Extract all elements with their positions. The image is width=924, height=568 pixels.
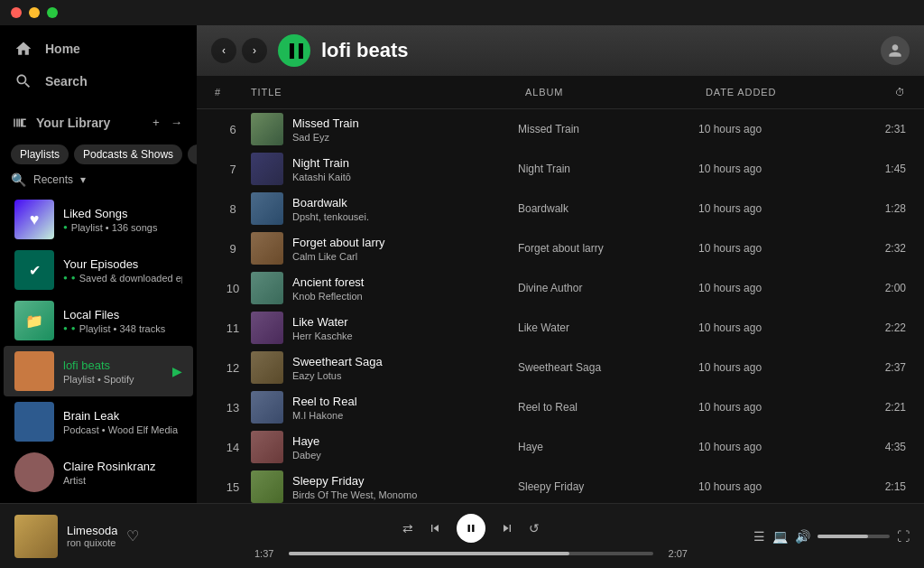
add-library-button[interactable]: + [149,112,163,133]
repeat-button[interactable]: ↺ [529,521,540,535]
playing-indicator: ▶ [172,364,182,378]
progress-bar-container: 1:37 2:07 [254,548,688,559]
track-row[interactable]: 9 Forget about larry Calm Like Carl Forg… [200,228,920,268]
play-pause-button[interactable] [457,514,485,543]
track-row[interactable]: 12 Sweetheart Saga Eazy Lotus Sweetheart… [200,348,920,387]
track-row[interactable]: 10 Ancient forest Knob Reflection Divine… [200,268,920,308]
track-duration: 1:28 [843,202,906,215]
track-row[interactable]: 15 Sleepy Friday Birds Of The West, Mono… [200,467,920,503]
filter-playlists[interactable]: Playlists [11,144,69,164]
home-icon [14,40,32,58]
next-button[interactable] [500,521,514,535]
track-thumbnail [251,153,283,185]
player-track-name: Limesoda [67,524,117,537]
track-number: 14 [215,441,251,454]
track-artist: Katashi Kaitō [292,172,351,182]
volume-bar[interactable] [818,535,890,538]
track-album: Night Train [518,163,698,175]
maximize-button[interactable] [47,7,58,18]
library-item-lofi[interactable]: lofi beats Playlist • Spotify ▶ [4,346,193,396]
playlist-play-button[interactable]: ▐▐ [278,34,310,67]
recents-label[interactable]: Recents [33,173,73,186]
fullscreen-button[interactable]: ⛶ [897,529,910,544]
track-number: 12 [215,361,251,375]
library-item-claire[interactable]: Claire Rosinkranz Artist [4,447,193,498]
local-sub: ● ● Playlist • 348 tracks [63,323,182,334]
library-actions: + → [149,112,186,133]
minimize-button[interactable] [29,7,40,18]
episodes-info: Your Episodes ● ● Saved & downloaded epi… [63,257,182,284]
filter-tabs: Playlists Podcasts & Shows Aud › [0,140,197,169]
episodes-thumb: ✔ [14,250,54,290]
track-album: Sweetheart Saga [518,361,698,374]
track-info: Night Train Katashi Kaitō [251,153,518,185]
track-date: 10 hours ago [698,321,843,334]
shuffle-button[interactable]: ⇄ [402,521,413,535]
claire-sub: Artist [63,475,182,486]
filter-podcasts[interactable]: Podcasts & Shows [74,144,182,164]
library-item-episodes[interactable]: ✔ Your Episodes ● ● Saved & downloaded e… [4,245,193,295]
track-row[interactable]: 14 Haye Dabey Haye 10 hours ago 4:35 [200,427,920,467]
library-icon [11,114,29,132]
library-item-local[interactable]: 📁 Local Files ● ● Playlist • 348 tracks [4,295,193,346]
track-row[interactable]: 13 Reel to Real M.I Hakone Reel to Real … [200,387,920,427]
track-duration: 2:21 [843,401,906,414]
brain-thumb [14,402,54,442]
search-library-icon: 🔍 [11,172,26,187]
user-avatar[interactable] [881,36,910,65]
nav-arrows: ‹ › [211,38,267,63]
recents-chevron: ▾ [80,173,86,186]
track-table: # Title Album Date added ⏱ 6 Missed Trai… [197,76,924,503]
track-row[interactable]: 6 Missed Train Sad Eyz Missed Train 10 h… [200,109,920,149]
like-button[interactable]: ♡ [126,527,139,545]
sidebar-item-home[interactable]: Home [0,33,197,65]
track-info: Sweetheart Saga Eazy Lotus [251,351,518,384]
track-thumbnail [251,391,283,424]
brain-sub: Podcast • Wood Elf Media [63,424,182,435]
track-thumbnail [251,351,283,384]
track-name: Missed Train [292,116,359,130]
expand-library-button[interactable]: → [167,112,186,133]
main-content: ‹ › ▐▐ lofi beats # Title Album Date add… [197,25,924,503]
track-info: Forget about larry Calm Like Carl [251,232,518,265]
progress-track[interactable] [289,552,653,555]
track-row[interactable]: 7 Night Train Katashi Kaitō Night Train … [200,149,920,189]
queue-button[interactable]: ☰ [753,529,765,544]
current-time: 1:37 [254,548,282,559]
claire-thumb [14,452,54,492]
library-item-brain[interactable]: Brain Leak Podcast • Wood Elf Media [4,396,193,447]
claire-name: Claire Rosinkranz [63,460,182,473]
local-info: Local Files ● ● Playlist • 348 tracks [63,308,182,334]
track-details: Like Water Herr Kaschke [292,315,353,341]
top-bar: ‹ › ▐▐ lofi beats [197,25,924,76]
track-album: Forget about larry [518,242,698,255]
library-item-liked[interactable]: ♥ Liked Songs ● Playlist • 136 songs [4,194,193,245]
track-rows-container: 6 Missed Train Sad Eyz Missed Train 10 h… [197,109,924,503]
col-num: # [211,79,247,105]
liked-songs-name: Liked Songs [63,207,182,220]
forward-button[interactable]: › [242,38,267,63]
track-name: Sweetheart Saga [292,355,383,368]
track-info: Boardwalk Dpsht, tenkousei. [251,192,518,225]
track-duration: 2:22 [843,321,906,334]
close-button[interactable] [11,7,22,18]
library-list: ♥ Liked Songs ● Playlist • 136 songs ✔ Y… [0,191,197,503]
device-button[interactable]: 💻 [772,529,788,544]
track-date: 10 hours ago [698,202,843,215]
liked-songs-thumb: ♥ [14,200,54,239]
sidebar-item-search[interactable]: Search [0,65,197,98]
track-number: 7 [215,163,251,176]
track-details: Sweetheart Saga Eazy Lotus [292,355,383,381]
prev-button[interactable] [428,521,442,535]
filter-aud[interactable]: Aud [188,144,197,164]
track-row[interactable]: 8 Boardwalk Dpsht, tenkousei. Boardwalk … [200,189,920,228]
back-button[interactable]: ‹ [211,38,236,63]
sidebar-home-label: Home [45,42,80,56]
lofi-info: lofi beats Playlist • Spotify [63,358,163,385]
liked-songs-sub: ● Playlist • 136 songs [63,222,182,233]
table-header: # Title Album Date added ⏱ [197,76,924,109]
track-thumbnail [251,470,283,503]
track-artist: M.I Hakone [292,410,357,421]
track-details: Forget about larry Calm Like Carl [292,236,385,262]
track-row[interactable]: 11 Like Water Herr Kaschke Like Water 10… [200,308,920,348]
